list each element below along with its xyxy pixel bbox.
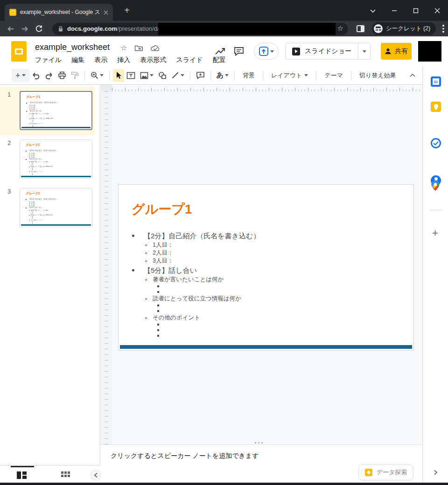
bullet-marker — [29, 220, 30, 221]
slide-title[interactable]: グループ1 — [132, 201, 192, 218]
new-tab-button[interactable]: + — [121, 5, 133, 16]
ruler-corner — [101, 85, 112, 91]
collapse-filmstrip-icon[interactable] — [90, 469, 102, 481]
star-document-icon[interactable]: ☆ — [120, 43, 127, 52]
reload-icon[interactable] — [32, 22, 46, 35]
insert-line-tool[interactable] — [169, 69, 187, 82]
maps-icon[interactable] — [431, 180, 441, 190]
paint-format-icon[interactable] — [69, 69, 81, 82]
bullet-marker — [157, 291, 159, 293]
present-arrow-icon — [259, 47, 268, 56]
insert-shape-tool[interactable] — [156, 69, 169, 82]
insert-comment-tool[interactable] — [194, 69, 207, 82]
bullet-marker — [145, 244, 147, 246]
bullet-marker — [29, 123, 30, 124]
slides-logo[interactable] — [11, 41, 27, 62]
back-icon[interactable] — [4, 22, 18, 35]
filmstrip-view-icon[interactable] — [17, 471, 27, 481]
theme-button[interactable]: テーマ — [320, 71, 348, 80]
menu-item-4[interactable]: 表示形式 — [140, 56, 166, 64]
new-slide-button[interactable]: + — [12, 69, 29, 82]
menu-item-2[interactable]: 表示 — [94, 56, 107, 64]
browser-menu-icon[interactable] — [442, 25, 444, 33]
thumbnail-preview: グループ2【2分】自己紹介（氏名を書き込む）1人目：2人目：3人目：【5分】話し… — [20, 139, 92, 179]
thumbnail-preview: グループ3【2分】自己紹介（氏名を書き込む）1人目：2人目：3人目：【5分】話し… — [20, 188, 92, 227]
text-format-tool[interactable]: あ — [214, 69, 231, 82]
menu-item-5[interactable]: スライド — [176, 56, 203, 64]
slide-number: 2 — [7, 139, 11, 146]
cloud-saved-icon[interactable] — [151, 45, 160, 51]
menu-item-0[interactable]: ファイル — [35, 56, 62, 64]
share-button[interactable]: 共有 — [381, 43, 412, 60]
slide-editor[interactable]: グループ1 【2分】自己紹介（氏名を書き込む）1人目：2人目：3人目：【5分】話… — [118, 184, 414, 351]
bullet-item-level3 — [132, 333, 406, 339]
hide-menus-icon[interactable] — [409, 71, 416, 79]
comments-icon[interactable] — [230, 42, 248, 61]
bullet-marker — [29, 153, 30, 154]
menu-item-3[interactable]: 挿入 — [117, 56, 130, 64]
redacted-avatar — [418, 41, 441, 62]
bullet-marker — [32, 212, 33, 212]
maximize-button[interactable] — [405, 0, 427, 21]
slide-thumbnail-1[interactable]: 1グループ1【2分】自己紹介（氏名を書き込む）1人目：2人目：3人目：【5分】話… — [0, 87, 95, 135]
slide-number: 1 — [7, 91, 11, 98]
select-tool[interactable] — [113, 69, 124, 82]
tasks-icon[interactable] — [431, 138, 441, 148]
grid-view-icon[interactable] — [61, 471, 70, 477]
redacted-url — [158, 23, 336, 35]
address-bar[interactable]: docs.google.com/presentation/d/ ☆ — [52, 23, 348, 35]
zoom-icon[interactable] — [88, 69, 106, 82]
bullet-item-level3 — [132, 303, 406, 308]
redo-icon[interactable] — [42, 69, 56, 82]
activity-icon[interactable] — [211, 42, 230, 61]
keep-icon[interactable] — [431, 102, 441, 112]
calendar-icon[interactable]: 31 — [431, 76, 441, 87]
browser-tab[interactable]: example_worksheet - Google スラ — [5, 4, 113, 21]
toolbar: + — [0, 66, 422, 85]
slide-thumbnail-2[interactable]: 2グループ2【2分】自己紹介（氏名を書き込む）1人目：2人目：3人目：【5分】話… — [0, 135, 95, 184]
notes-placeholder[interactable]: クリックするとスピーカー ノートを追加できます — [111, 452, 259, 460]
slideshow-dropdown[interactable] — [358, 43, 371, 60]
slideshow-button[interactable]: スライドショー — [285, 43, 358, 60]
bullet-marker — [32, 169, 33, 170]
bullet-marker — [32, 174, 33, 175]
text-box-tool[interactable] — [124, 69, 138, 82]
print-icon[interactable] — [56, 69, 69, 82]
expand-notes-icon[interactable] — [429, 466, 441, 478]
document-title[interactable]: example_worksheet — [35, 42, 110, 52]
slide-thumbnail-3[interactable]: 3グループ3【2分】自己紹介（氏名を書き込む）1人目：2人目：3人目：【5分】話… — [0, 184, 95, 232]
slides-favicon — [9, 9, 16, 16]
bullet-item-level2: 著者が言いたいことは何か — [132, 276, 406, 284]
forward-icon[interactable] — [18, 22, 32, 35]
slide-body-text[interactable]: 【2分】自己紹介（氏名を書き込む）1人目：2人目：3人目：【5分】話し合い著者が… — [132, 230, 406, 339]
transition-button[interactable]: 切り替え効果 — [355, 71, 401, 80]
close-button[interactable] — [427, 0, 448, 21]
bullet-marker — [145, 252, 147, 254]
tab-strip: example_worksheet - Google スラ + — [0, 0, 448, 21]
slide-number: 3 — [7, 188, 11, 195]
add-addon-button[interactable]: + — [432, 229, 438, 238]
bullet-marker — [29, 155, 30, 156]
window-bottom-edge — [0, 483, 448, 485]
menu-item-1[interactable]: 編集 — [71, 56, 84, 64]
tab-search-icon[interactable] — [362, 0, 384, 21]
move-to-folder-icon[interactable] — [134, 44, 143, 51]
bullet-marker — [29, 201, 30, 202]
explore-button[interactable]: データ探索 — [358, 464, 413, 480]
present-to-meeting-button[interactable] — [254, 43, 279, 60]
bullet-marker — [145, 317, 147, 319]
undo-icon[interactable] — [29, 69, 42, 82]
bookmark-star-icon[interactable]: ☆ — [337, 24, 343, 33]
layout-button[interactable]: レイアウト — [266, 71, 313, 80]
background-button[interactable]: 背景 — [238, 71, 259, 80]
speaker-notes-panel: クリックするとスピーカー ノートを追加できます データ探索 — [100, 444, 422, 483]
explore-label: データ探索 — [377, 468, 407, 477]
incognito-badge: シークレット (2) — [372, 22, 436, 35]
minimize-button[interactable] — [384, 0, 405, 21]
person-icon — [385, 48, 392, 55]
insert-image-tool[interactable] — [138, 69, 156, 82]
editing-canvas: グループ1 【2分】自己紹介（氏名を書き込む）1人目：2人目：3人目：【5分】話… — [100, 85, 422, 444]
side-panel-toggle-icon[interactable] — [357, 25, 364, 32]
tab-close-icon[interactable] — [104, 10, 108, 15]
notes-resize-handle[interactable] — [255, 442, 263, 443]
